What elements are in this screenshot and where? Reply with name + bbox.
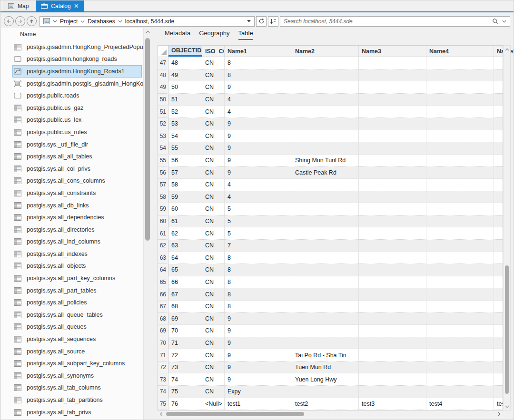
cell[interactable] [359, 69, 426, 81]
scroll-right-icon[interactable] [495, 412, 503, 416]
sidebar-item[interactable]: postgis.sys.all_objects [12, 260, 142, 273]
tab-map[interactable]: Map [3, 0, 34, 11]
row-number[interactable]: 63 [158, 252, 168, 264]
sidebar-item[interactable]: postgis.sys.all_directories [12, 224, 142, 236]
cell[interactable]: CN [202, 276, 225, 288]
cell[interactable] [359, 130, 426, 142]
sidebar-item[interactable]: postgis.sys.all_col_privs [12, 163, 142, 175]
cell[interactable] [292, 288, 359, 300]
cell[interactable] [494, 373, 503, 385]
cell[interactable] [494, 349, 503, 361]
cell[interactable]: test5 [494, 398, 503, 410]
cell[interactable] [494, 94, 503, 106]
sidebar-item[interactable]: postgis.gisadmin.hongkong_roads [12, 53, 142, 66]
cell[interactable]: 9 [225, 313, 292, 324]
cell[interactable] [426, 288, 494, 300]
cell[interactable] [359, 215, 426, 227]
cell[interactable]: 57 [168, 166, 202, 178]
cell[interactable]: 73 [168, 361, 202, 373]
cell[interactable]: 72 [168, 349, 202, 361]
chevron-down-icon[interactable] [53, 20, 57, 23]
cell[interactable] [359, 81, 426, 93]
cell[interactable]: 9 [225, 142, 292, 154]
row-number[interactable]: 58 [158, 191, 168, 203]
cell[interactable]: Tuen Mun Rd [292, 361, 359, 373]
cell[interactable] [359, 227, 426, 239]
cell[interactable]: CN [202, 349, 225, 361]
cell[interactable] [292, 240, 359, 252]
column-header[interactable]: Name1 [225, 46, 292, 57]
breadcrumb-project[interactable]: Project [60, 18, 85, 25]
cell[interactable]: test3 [359, 398, 426, 410]
cell[interactable]: CN [202, 130, 225, 142]
row-number[interactable]: 67 [158, 301, 168, 313]
cell[interactable]: 9 [225, 118, 292, 130]
cell[interactable] [292, 81, 359, 93]
cell[interactable] [359, 325, 426, 337]
cell[interactable] [494, 118, 503, 130]
cell[interactable]: CN [202, 94, 225, 106]
cell[interactable] [359, 179, 426, 191]
cell[interactable]: 56 [168, 155, 202, 166]
row-number[interactable]: 51 [158, 106, 168, 117]
cell[interactable]: 9 [225, 130, 292, 142]
cell[interactable]: CN [202, 166, 225, 178]
cell[interactable]: 9 [225, 325, 292, 337]
sidebar-item[interactable]: postgis.public.us_lex [12, 114, 142, 127]
cell[interactable]: 5 [225, 227, 292, 239]
cell[interactable] [359, 349, 426, 361]
sidebar-item[interactable]: postgis.sys.all_subpart_key_columns [12, 357, 142, 370]
sidebar-item[interactable]: postgis.public.roads [12, 89, 142, 102]
row-number[interactable]: 70 [158, 337, 168, 349]
cell[interactable] [292, 227, 359, 239]
cell[interactable]: CN [202, 215, 225, 227]
cell[interactable] [359, 301, 426, 313]
cell[interactable] [426, 373, 494, 385]
cell[interactable] [494, 313, 503, 324]
row-number[interactable]: 60 [158, 215, 168, 227]
sidebar-item[interactable]: postgis.sys.all_part_key_columns [12, 272, 142, 284]
row-number[interactable]: 61 [158, 227, 168, 239]
cell[interactable]: <Null> [202, 398, 225, 410]
column-header[interactable]: Name2 [292, 46, 359, 57]
cell[interactable] [494, 227, 503, 239]
table-vscroll-thumb[interactable] [505, 265, 509, 394]
row-number[interactable]: 72 [158, 361, 168, 373]
cell[interactable] [359, 118, 426, 130]
cell[interactable]: 8 [225, 57, 292, 69]
cell[interactable]: 55 [168, 142, 202, 154]
cell[interactable] [494, 69, 503, 81]
cell[interactable]: 71 [168, 337, 202, 349]
cell[interactable] [359, 264, 426, 276]
cell[interactable]: 7 [225, 240, 292, 252]
cell[interactable]: 9 [225, 337, 292, 349]
sidebar-item[interactable]: postgis.sys.all_source [12, 345, 142, 358]
cell[interactable] [426, 81, 494, 93]
cell[interactable] [494, 57, 503, 69]
cell[interactable]: 51 [168, 94, 202, 106]
cell[interactable] [426, 361, 494, 373]
chevron-down-icon[interactable] [80, 20, 85, 23]
cell[interactable] [359, 288, 426, 300]
sidebar-item[interactable]: postgis.sys.all_dependencies [12, 211, 142, 224]
cell[interactable] [292, 57, 359, 69]
cell[interactable] [494, 276, 503, 288]
cell[interactable]: 59 [168, 191, 202, 203]
cell[interactable] [426, 191, 494, 203]
cell[interactable] [292, 276, 359, 288]
cell[interactable] [426, 325, 494, 337]
scroll-left-icon[interactable] [158, 412, 165, 416]
cell[interactable]: 64 [168, 252, 202, 264]
cell[interactable]: CN [202, 313, 225, 324]
cell[interactable]: 49 [168, 69, 202, 81]
row-number[interactable]: 74 [158, 386, 168, 398]
back-button[interactable] [4, 16, 14, 26]
cell[interactable] [292, 179, 359, 191]
cell[interactable]: 8 [225, 69, 292, 81]
row-number[interactable]: 53 [158, 130, 168, 142]
tab-catalog[interactable]: Catalog [36, 0, 83, 11]
cell[interactable]: 4 [225, 191, 292, 203]
sidebar-item[interactable]: postgis.sys._utl_file_dir [12, 138, 142, 151]
cell[interactable] [292, 203, 359, 215]
cell[interactable]: CN [202, 288, 225, 300]
